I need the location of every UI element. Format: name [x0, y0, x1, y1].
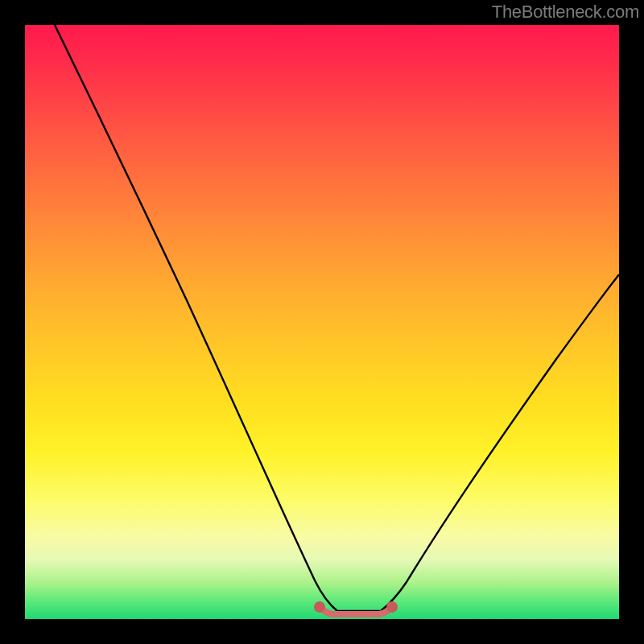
plot-area — [25, 25, 619, 619]
watermark-text: TheBottleneck.com — [492, 2, 639, 23]
flat-segment-dot-left — [314, 601, 325, 613]
chart-svg — [25, 25, 619, 619]
flat-segment-dot-right — [386, 601, 398, 613]
chart-frame: TheBottleneck.com — [0, 0, 644, 644]
curve-line — [55, 25, 619, 611]
